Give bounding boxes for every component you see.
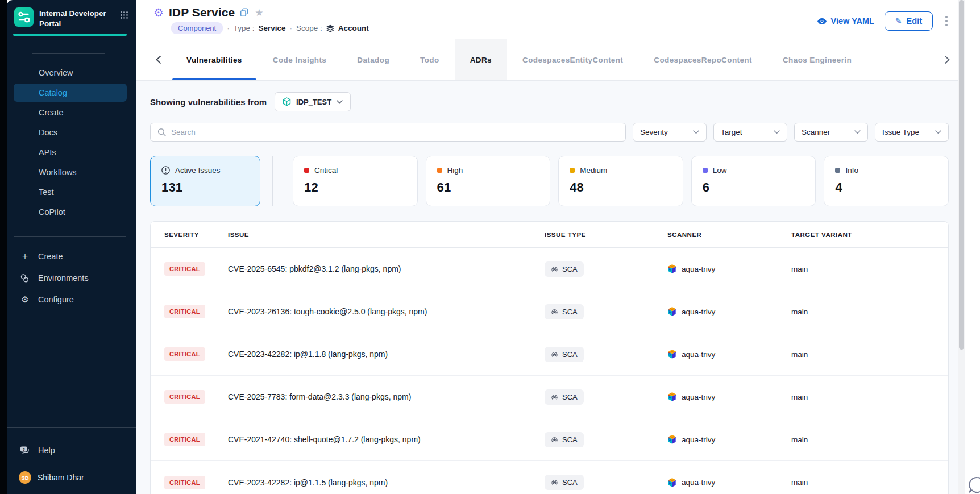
info-dot (835, 168, 840, 173)
search-icon (157, 128, 166, 136)
table-row[interactable]: CRITICALCVE-2025-6545: pbkdf2@3.1.2 (lan… (151, 248, 948, 290)
filter-severity[interactable]: Severity (633, 123, 707, 142)
apps-grid-icon[interactable] (120, 11, 128, 22)
issue-text: CVE-2021-42740: shell-quote@1.7.2 (lang-… (228, 435, 545, 444)
target-variant-cell: main (791, 393, 948, 401)
tab-datadog[interactable]: Datadog (342, 39, 405, 80)
sca-icon (551, 351, 558, 358)
sidebar-item-overview[interactable]: Overview (14, 64, 127, 82)
sidebar-item-test[interactable]: Test (14, 183, 127, 201)
user-menu[interactable]: SD Shibam Dhar (7, 466, 136, 494)
entity-kind-icon: ⚙ (153, 7, 164, 18)
tab-codespaces-entity-content[interactable]: CodespacesEntityContent (507, 39, 638, 80)
high-count: 61 (437, 180, 539, 195)
sidebar-environments[interactable]: Environments (7, 267, 136, 289)
scrollbar[interactable] (958, 0, 965, 494)
chevron-down-icon (337, 100, 343, 104)
vulnerabilities-panel: Showing vulnerabilities from IDP_TEST (136, 81, 965, 494)
tabs-scroll-right-icon[interactable] (942, 53, 952, 66)
sidebar-configure[interactable]: ⚙ Configure (7, 289, 136, 310)
sidebar-item-workflows[interactable]: Workflows (14, 163, 127, 181)
medium-count: 48 (570, 180, 672, 195)
scrollbar-thumb[interactable] (959, 0, 964, 350)
severity-card-medium[interactable]: Medium 48 (558, 156, 683, 206)
tab-vulnerabilities[interactable]: Vulnerabilities (171, 39, 258, 80)
view-yaml-link[interactable]: View YAML (817, 16, 874, 26)
chat-widget-icon[interactable] (967, 475, 980, 494)
sidebar-item-create[interactable]: Create (14, 103, 127, 122)
severity-card-info[interactable]: Info 4 (824, 156, 949, 206)
user-name: Shibam Dhar (38, 473, 84, 482)
entity-kind-badge: Component (171, 22, 223, 34)
type-label: Type : (234, 24, 255, 32)
target-variant-cell: main (791, 435, 948, 444)
tab-bar: Vulnerabilities Code Insights Datadog To… (136, 39, 965, 81)
aqua-trivy-icon (667, 264, 677, 274)
copy-icon[interactable] (240, 8, 248, 17)
filter-scanner[interactable]: Scanner (794, 123, 868, 142)
sidebar-help[interactable]: ? Help (7, 439, 136, 461)
table-row[interactable]: CRITICALCVE-2025-7783: form-data@2.3.3 (… (151, 376, 948, 418)
active-issues-card[interactable]: Active Issues 131 (150, 156, 260, 206)
sidebar-item-catalog[interactable]: Catalog (14, 84, 127, 102)
app-root: Internal Developer Portal Overview Catal… (0, 0, 980, 494)
chevron-down-icon (693, 130, 699, 134)
table-header: SEVERITY ISSUE ISSUE TYPE SCANNER TARGET… (151, 222, 948, 248)
sidebar-divider (32, 53, 105, 54)
kebab-menu-icon[interactable] (943, 14, 950, 28)
project-name: IDP_TEST (296, 98, 331, 106)
table-row[interactable]: CRITICALCVE-2021-42740: shell-quote@1.7.… (151, 418, 948, 461)
sca-icon (551, 308, 558, 316)
critical-count: 12 (304, 180, 406, 195)
filter-issue-type[interactable]: Issue Type (875, 123, 949, 142)
tab-todo[interactable]: Todo (405, 39, 455, 80)
separator: · (227, 24, 230, 32)
sidebar-actions: + Create Environments ⚙ Configure (7, 246, 136, 310)
issue-type-chip: SCA (545, 304, 584, 319)
edit-label: Edit (907, 16, 922, 26)
table-row[interactable]: CRITICALCVE-2023-26136: tough-cookie@2.5… (151, 290, 948, 333)
edit-button[interactable]: ✎ Edit (885, 11, 933, 31)
plus-icon: + (20, 251, 30, 263)
sidebar-nav: Overview Catalog Create Docs APIs Workfl… (7, 62, 136, 223)
severity-badge: CRITICAL (164, 347, 205, 361)
project-selector[interactable]: IDP_TEST (275, 92, 351, 111)
sidebar-create-button[interactable]: + Create (7, 246, 136, 267)
issue-text: CVE-2023-26136: tough-cookie@2.5.0 (lang… (228, 307, 545, 316)
action-label: Create (38, 252, 63, 261)
chevron-down-icon (935, 130, 941, 134)
showing-label: Showing vulnerabilities from (150, 97, 267, 107)
sidebar-item-apis[interactable]: APIs (14, 143, 127, 161)
tabs-scroll-left-icon[interactable] (153, 53, 163, 66)
scanner-cell: aqua-trivy (667, 478, 791, 488)
aqua-trivy-icon (667, 349, 677, 359)
target-variant-cell: main (791, 308, 948, 316)
chevron-down-icon (774, 130, 780, 134)
severity-card-critical[interactable]: Critical 12 (293, 156, 418, 206)
tab-adrs[interactable]: ADRs (455, 39, 507, 80)
scanner-cell: aqua-trivy (667, 264, 791, 274)
sidebar-item-docs[interactable]: Docs (14, 123, 127, 142)
severity-card-high[interactable]: High 61 (426, 156, 551, 206)
active-issues-count: 131 (161, 180, 249, 195)
scope-label: Scope : (296, 24, 322, 32)
high-dot (437, 168, 442, 173)
portal-logo-icon[interactable] (14, 7, 34, 27)
low-dot (703, 168, 708, 173)
tab-chaos-engineering[interactable]: Chaos Engineerin (767, 39, 867, 80)
avatar: SD (19, 471, 31, 484)
severity-badge: CRITICAL (164, 390, 205, 404)
search-input[interactable] (171, 128, 618, 136)
tab-code-insights[interactable]: Code Insights (258, 39, 342, 80)
table-row[interactable]: CRITICALCVE-2023-42282: ip@1.1.5 (lang-p… (151, 461, 948, 494)
severity-card-low[interactable]: Low 6 (691, 156, 816, 206)
filter-target[interactable]: Target (713, 123, 787, 142)
tab-codespaces-repo-content[interactable]: CodespacesRepoContent (638, 39, 767, 80)
scanner-cell: aqua-trivy (667, 392, 791, 402)
sidebar-item-copilot[interactable]: CoPilot (14, 203, 127, 221)
help-icon: ? (20, 446, 30, 455)
type-value: Service (259, 24, 286, 32)
star-icon[interactable]: ★ (255, 8, 263, 18)
table-row[interactable]: CRITICALCVE-2023-42282: ip@1.1.8 (lang-p… (151, 333, 948, 376)
severity-badge: CRITICAL (164, 305, 205, 318)
